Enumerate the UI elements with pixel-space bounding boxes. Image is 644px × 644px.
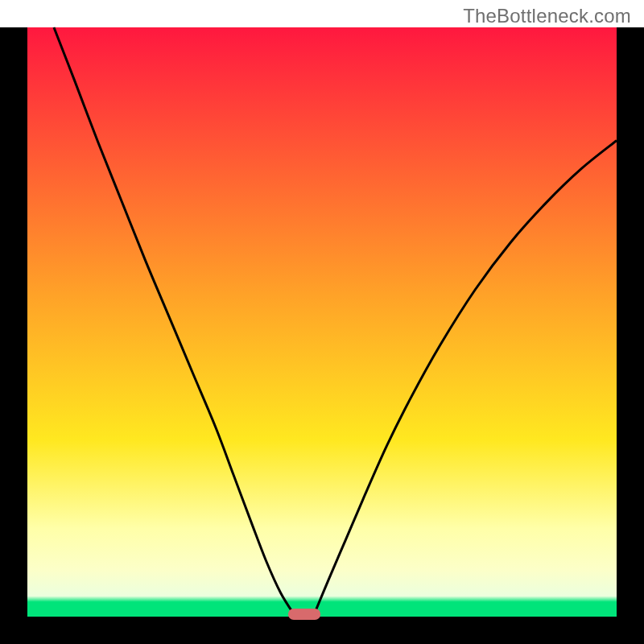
bottom-marker xyxy=(288,609,320,620)
plot-area xyxy=(27,27,617,617)
bottleneck-chart xyxy=(0,0,644,644)
chart-stage: TheBottleneck.com xyxy=(0,0,644,644)
watermark-text: TheBottleneck.com xyxy=(463,5,631,27)
